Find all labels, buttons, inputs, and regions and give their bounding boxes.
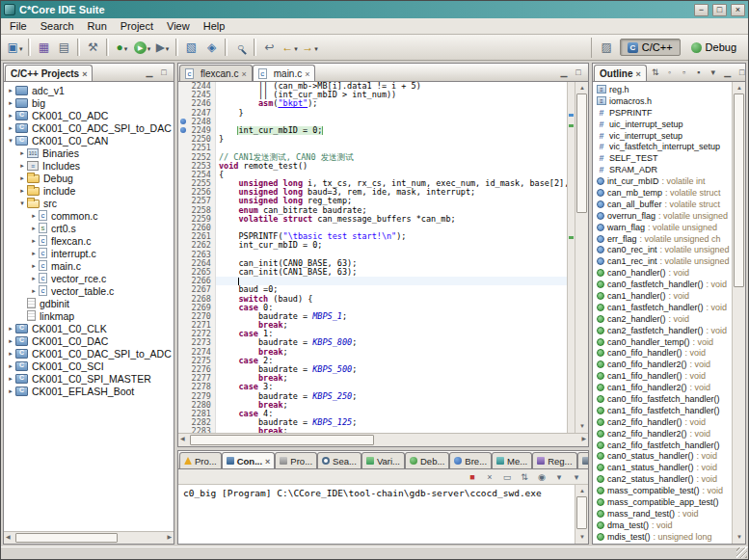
tree-item[interactable]: crt0.s (4, 222, 174, 234)
tree-item[interactable]: include (4, 184, 174, 197)
outline-item[interactable]: can1_fifo_fastfetch_handler() (593, 405, 732, 416)
outline-item[interactable]: warn_flag : volatile unsigned (593, 222, 732, 233)
tree-item[interactable]: gdbinit (4, 297, 174, 309)
terminate-button[interactable]: ■ (465, 470, 480, 484)
twisty-icon[interactable] (29, 287, 39, 295)
scrollbar-thumb[interactable] (15, 533, 118, 543)
line-number[interactable]: 2245 (187, 91, 216, 99)
line-number[interactable]: 2275 (187, 357, 216, 365)
tree-item[interactable]: CK001_C0_ADC (4, 109, 174, 121)
save-button[interactable]: ▦ (34, 38, 54, 58)
code-line[interactable]: 2254 { (178, 171, 567, 179)
line-number[interactable]: 2260 (187, 224, 216, 232)
code-line[interactable]: 2272 case 1: (178, 330, 567, 338)
outline-item[interactable]: can1_handler() : void (593, 290, 732, 302)
minimize-button[interactable] (143, 67, 156, 78)
open-console-button[interactable]: ▾ (569, 470, 584, 484)
line-number[interactable]: 2279 (187, 392, 216, 401)
outline-item[interactable]: can0_handler() : void (593, 267, 732, 279)
dropdown-arrow-icon[interactable] (313, 41, 318, 53)
tree-item[interactable]: CK001_C0_CLK (4, 322, 174, 334)
menu-item[interactable]: Help (197, 19, 232, 33)
line-number[interactable]: 2252 (187, 153, 216, 162)
outline-item[interactable]: can0_fifo_handler2() : void (593, 359, 732, 370)
menu-item[interactable]: View (160, 19, 197, 33)
code-area[interactable]: 2244 || (can_mb->MB[i].data1 != i + 5) 2… (178, 82, 567, 433)
annotation-mark[interactable] (569, 124, 574, 127)
outline-item[interactable]: int_cur_mbID : volatile int (593, 175, 732, 187)
project-tree[interactable]: adc_v1 big CK001_C0_ADC CK001_C0_ADC_SPI… (4, 82, 174, 531)
close-icon[interactable] (82, 68, 87, 79)
line-number[interactable]: 2269 (187, 304, 216, 312)
bottom-view-tab[interactable]: Deb... (405, 452, 449, 468)
twisty-icon[interactable] (29, 225, 39, 232)
close-icon[interactable] (265, 456, 270, 467)
maximize-button[interactable]: □ (712, 4, 727, 16)
run-button[interactable]: ▶ (132, 38, 152, 58)
new-button[interactable]: ▣ (5, 38, 25, 58)
hide-nonpublic-button[interactable]: ▪ (692, 67, 706, 78)
outline-item[interactable]: can1_fifo_handler2() : void (593, 382, 732, 393)
line-number[interactable]: 2281 (187, 410, 216, 418)
code-line[interactable]: 2248 (178, 118, 567, 126)
code-line[interactable]: 2279 baudrate = KBPS_250; (178, 392, 567, 401)
code-line[interactable]: 2258 enum can_bitrate baudrate; (178, 206, 567, 215)
code-line[interactable]: 2253 void remote_test() (178, 162, 567, 171)
code-line[interactable]: 2250 } (178, 135, 567, 144)
tree-item[interactable]: vector_table.c (4, 284, 174, 297)
console-vscrollbar[interactable]: ▲ ▼ (575, 485, 588, 544)
line-number[interactable]: 2247 (187, 109, 216, 118)
twisty-icon[interactable] (29, 275, 39, 282)
line-number[interactable]: 2249 (187, 126, 216, 135)
scrollbar-thumb[interactable] (734, 93, 744, 287)
close-icon[interactable] (305, 68, 309, 79)
outline-vscrollbar[interactable]: ▲ ▼ (732, 82, 745, 544)
line-number[interactable]: 2265 (187, 268, 216, 277)
outline-item[interactable]: can_all_buffer : volatile struct (593, 199, 732, 210)
code-line[interactable]: 2275 case 2: (178, 357, 567, 365)
code-line[interactable]: 2264 can_init(CAN0_BASE, 63); (178, 259, 567, 268)
twisty-icon[interactable] (6, 362, 15, 370)
dropdown-arrow-icon[interactable] (18, 41, 23, 53)
twisty-icon[interactable] (17, 200, 27, 207)
hide-static-button[interactable]: ▫ (678, 67, 691, 78)
pin-console-button[interactable]: ◉ (534, 470, 549, 484)
twisty-icon[interactable] (17, 174, 27, 182)
line-number[interactable]: 2261 (187, 232, 216, 241)
outline-item[interactable]: can1_fifo_handler() : void (593, 370, 732, 382)
line-number[interactable]: 2262 (187, 241, 216, 250)
debug-button[interactable]: ● (112, 38, 132, 58)
outline-item[interactable]: can0_status_handler() : void (593, 451, 732, 463)
hide-fields-button[interactable]: ◦ (663, 67, 677, 78)
tree-item[interactable]: vector_rce.c (4, 272, 174, 284)
code-line[interactable]: 2266 (178, 277, 567, 285)
outline-item[interactable]: can2_fastfetch_handler() : void (593, 325, 732, 336)
toolbar-separator[interactable] (225, 39, 227, 56)
bottom-view-tab[interactable]: Reg... (532, 452, 576, 468)
outline-item[interactable]: mass_rand_test() : void (593, 508, 732, 520)
overview-ruler[interactable] (567, 82, 575, 433)
sort-button[interactable]: ⇅ (649, 67, 662, 78)
line-number[interactable]: 2266 (187, 277, 216, 285)
line-number[interactable]: 2274 (187, 348, 216, 357)
bottom-view-tab[interactable]: Mo... (577, 452, 588, 468)
line-number[interactable]: 2273 (187, 338, 216, 347)
tree-item[interactable]: CK001_C0_SCI (4, 360, 174, 372)
code-line[interactable]: 2251 (178, 144, 567, 152)
annotation-mark[interactable] (569, 114, 574, 117)
scroll-down-icon[interactable]: ▼ (579, 532, 585, 543)
toolbar-separator[interactable] (254, 39, 256, 56)
menu-item[interactable]: Search (34, 19, 81, 33)
scroll-down-icon[interactable]: ▼ (736, 532, 742, 543)
outline-item[interactable]: can1_status_handler() : void (593, 462, 732, 473)
scrollbar-thumb[interactable] (576, 496, 587, 529)
outline-item[interactable]: can0_fifo_fastfetch_handler() (593, 393, 732, 405)
open-perspective-button[interactable]: ▨ (597, 38, 617, 58)
line-number[interactable]: 2278 (187, 383, 216, 391)
perspective-cpp[interactable]: C/C++ (620, 39, 681, 56)
code-line[interactable]: 2259 volatile struct can_message_buffers… (178, 215, 567, 224)
tree-item[interactable]: Binaries (4, 147, 174, 159)
toolbar-separator[interactable] (106, 39, 109, 56)
tree-item[interactable]: linkmap (4, 309, 174, 322)
line-number[interactable]: 2254 (187, 171, 216, 179)
